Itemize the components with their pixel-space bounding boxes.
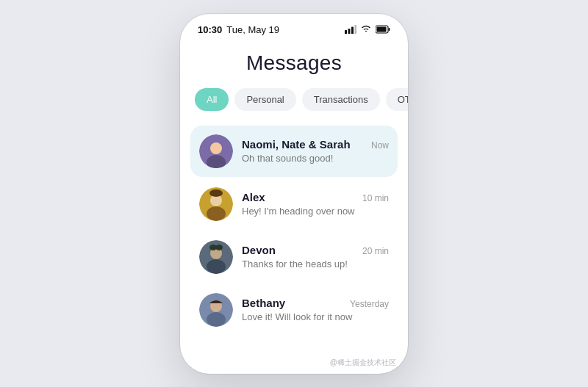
filter-tab-transactions[interactable]: Transactions xyxy=(302,88,380,111)
svg-rect-2 xyxy=(351,27,354,35)
conversation-item[interactable]: Naomi, Nate & Sarah Now Oh that sounds g… xyxy=(190,126,398,177)
conversation-item[interactable]: Bethany Yesterday Love it! Will look for… xyxy=(190,284,398,336)
conversation-name: Alex xyxy=(242,191,265,203)
conversation-header: Bethany Yesterday xyxy=(242,297,389,309)
svg-rect-3 xyxy=(355,25,357,34)
svg-point-18 xyxy=(215,245,223,250)
svg-point-12 xyxy=(207,206,226,221)
conversation-time: Now xyxy=(371,140,389,151)
status-time: 10:30 xyxy=(198,24,222,35)
conversation-list: Naomi, Nate & Sarah Now Oh that sounds g… xyxy=(180,126,408,336)
conversation-preview: Love it! Will look for it now xyxy=(242,311,389,322)
conversation-header: Naomi, Nate & Sarah Now xyxy=(242,138,389,151)
conversation-body: Bethany Yesterday Love it! Will look for… xyxy=(242,297,389,322)
svg-point-16 xyxy=(207,259,226,274)
svg-rect-5 xyxy=(377,27,387,32)
page-title: Messages xyxy=(180,40,408,88)
svg-point-21 xyxy=(207,312,226,327)
main-content: Messages All Personal Transactions OTPs … xyxy=(180,40,408,374)
svg-rect-6 xyxy=(389,28,390,31)
battery-icon xyxy=(376,25,390,34)
wifi-icon xyxy=(360,25,372,34)
phone-frame: 10:30 Tue, May 19 Messages xyxy=(180,14,408,374)
status-date: Tue, May 19 xyxy=(226,24,279,35)
conversation-body: Alex 10 min Hey! I'm heading over now xyxy=(242,191,389,217)
conversation-header: Alex 10 min xyxy=(242,191,389,203)
conversation-preview: Oh that sounds good! xyxy=(242,153,389,164)
filter-tab-otps[interactable]: OTPs xyxy=(386,88,408,111)
status-icons xyxy=(345,25,390,34)
signal-icon xyxy=(345,25,356,34)
conversation-preview: Thanks for the heads up! xyxy=(242,258,389,270)
conversation-header: Devon 20 min xyxy=(242,244,389,256)
avatar-devon xyxy=(199,240,233,274)
conversation-name: Naomi, Nate & Sarah xyxy=(242,138,351,151)
svg-rect-1 xyxy=(348,29,351,34)
conversation-name: Devon xyxy=(242,244,276,256)
svg-point-13 xyxy=(209,189,223,197)
conversation-time: 20 min xyxy=(362,246,389,256)
conversation-time: 10 min xyxy=(362,193,389,203)
conversation-body: Naomi, Nate & Sarah Now Oh that sounds g… xyxy=(242,138,389,164)
filter-tabs: All Personal Transactions OTPs xyxy=(180,88,408,126)
svg-rect-0 xyxy=(345,30,347,34)
conversation-body: Devon 20 min Thanks for the heads up! xyxy=(242,244,389,270)
status-bar: 10:30 Tue, May 19 xyxy=(180,14,408,40)
filter-tab-all[interactable]: All xyxy=(195,88,229,111)
avatar-alex xyxy=(199,187,233,221)
svg-point-8 xyxy=(210,142,222,154)
conversation-name: Bethany xyxy=(242,297,285,309)
conversation-item[interactable]: Alex 10 min Hey! I'm heading over now xyxy=(190,178,398,230)
avatar-bethany xyxy=(199,293,233,327)
watermark: @稀土掘金技术社区 xyxy=(330,358,396,368)
conversation-preview: Hey! I'm heading over now xyxy=(242,206,389,217)
conversation-item[interactable]: Devon 20 min Thanks for the heads up! xyxy=(190,231,398,283)
avatar-naomi xyxy=(199,134,233,168)
filter-tab-personal[interactable]: Personal xyxy=(234,88,295,111)
conversation-time: Yesterday xyxy=(350,299,389,309)
